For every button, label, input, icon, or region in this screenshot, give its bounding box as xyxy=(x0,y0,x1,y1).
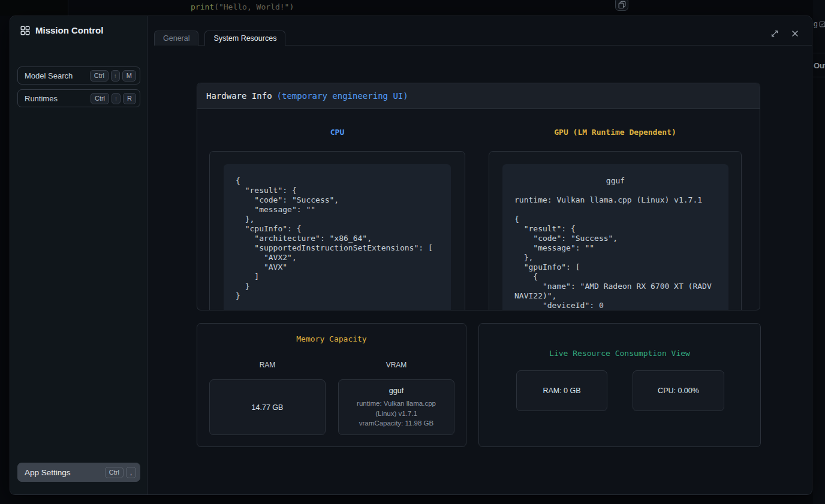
live-ram-value: RAM: 0 GB xyxy=(543,387,580,395)
expand-icon[interactable] xyxy=(767,26,782,41)
code-paren: ( xyxy=(214,2,219,11)
vram-runtime-line: runtime: Vulkan llama.cpp (Linux) v1.7.1 xyxy=(346,399,447,418)
ram-capacity-value: 14.77 GB xyxy=(252,403,284,412)
gpu-json-text: runtime: Vulkan llama.cpp (Linux) v1.7.1… xyxy=(514,195,716,310)
shortcut-keys: Ctrl↑M xyxy=(90,70,136,82)
window-controls xyxy=(767,26,802,41)
ram-capacity-box: 14.77 GB xyxy=(209,379,326,435)
background-output-label: Out xyxy=(814,61,825,70)
code-string: "Hello, World!" xyxy=(219,2,289,11)
cpu-heading: CPU xyxy=(209,128,465,137)
gpu-heading: GPU (LM Runtime Dependent) xyxy=(489,128,742,137)
key-shift-icon: ↑ xyxy=(112,93,121,104)
hardware-info-header: Hardware Info (temporary engineering UI) xyxy=(197,83,760,109)
sidebar: Mission Control Model Search Ctrl↑M Runt… xyxy=(10,16,147,494)
checkbox-icon xyxy=(819,21,825,28)
runtimes-label: Runtimes xyxy=(25,94,58,103)
key-shift-icon: ↑ xyxy=(111,70,120,82)
background-partial-setting: g xyxy=(814,20,825,28)
vram-capacity-box: gguf runtime: Vulkan llama.cpp (Linux) v… xyxy=(338,379,454,435)
live-cpu-box: CPU: 0.00% xyxy=(633,370,724,411)
gpu-info-box[interactable]: gguf runtime: Vulkan llama.cpp (Linux) v… xyxy=(489,151,742,310)
copy-icon[interactable] xyxy=(615,0,628,11)
key-ctrl: Ctrl xyxy=(91,93,109,104)
vram-heading: VRAM xyxy=(338,361,454,369)
shortcut-keys: Ctrl↑R xyxy=(91,93,136,104)
cpu-json-block: { "result": { "code": "Success", "messag… xyxy=(224,164,451,310)
gpu-runtime-name: gguf xyxy=(514,176,716,186)
model-search-label: Model Search xyxy=(25,71,73,80)
vram-capacity-line: vramCapacity: 11.98 GB xyxy=(346,418,447,428)
live-resource-panel: Live Resource Consumption View RAM: 0 GB… xyxy=(478,323,761,447)
dialog-title: Mission Control xyxy=(10,16,147,35)
vram-runtime-name: gguf xyxy=(346,387,447,395)
memory-capacity-title: Memory Capacity xyxy=(197,324,466,343)
runtimes-button[interactable]: Runtimes Ctrl↑R xyxy=(17,89,140,107)
key-ctrl: Ctrl xyxy=(105,467,124,478)
divider xyxy=(813,77,825,77)
cpu-column: CPU { "result": { "code": "Success", "me… xyxy=(209,109,465,310)
hardware-info-body: CPU { "result": { "code": "Success", "me… xyxy=(197,109,760,310)
dialog-main: General System Resources Hardw xyxy=(147,16,812,494)
close-icon[interactable] xyxy=(788,26,802,41)
model-search-button[interactable]: Model Search Ctrl↑M xyxy=(17,67,140,84)
background-code-line: print("Hello, World!") xyxy=(191,2,294,11)
app-settings-label: App Settings xyxy=(25,468,71,477)
memory-capacity-panel: Memory Capacity RAM VRAM 14.77 GB gguf r… xyxy=(197,323,466,447)
background-sidebar-strip xyxy=(0,0,68,16)
hardware-info-title: Hardware Info xyxy=(206,91,272,101)
shortcut-keys: Ctrl, xyxy=(105,467,136,478)
key-m: M xyxy=(122,70,136,82)
tab-system-resources[interactable]: System Resources xyxy=(204,31,285,46)
app-settings-button[interactable]: App Settings Ctrl, xyxy=(17,463,140,482)
cpu-json-text: { "result": { "code": "Success", "messag… xyxy=(236,176,439,301)
grid-icon xyxy=(20,26,30,35)
ram-heading: RAM xyxy=(209,361,326,369)
key-comma: , xyxy=(126,467,136,478)
gpu-json-block: gguf runtime: Vulkan llama.cpp (Linux) v… xyxy=(502,164,728,310)
mission-control-dialog: Mission Control Model Search Ctrl↑M Runt… xyxy=(10,16,812,495)
live-cpu-value: CPU: 0.00% xyxy=(658,387,699,395)
dialog-title-label: Mission Control xyxy=(35,25,103,35)
key-ctrl: Ctrl xyxy=(90,70,109,82)
live-ram-box: RAM: 0 GB xyxy=(516,370,607,411)
cpu-info-box[interactable]: { "result": { "code": "Success", "messag… xyxy=(209,151,465,310)
gpu-column: GPU (LM Runtime Dependent) gguf runtime:… xyxy=(489,109,742,310)
divider xyxy=(813,53,825,53)
screen: print("Hello, World!") g Out xyxy=(0,0,825,504)
hardware-info-panel: Hardware Info (temporary engineering UI)… xyxy=(197,83,760,310)
tab-general[interactable]: General xyxy=(154,31,198,46)
key-r: R xyxy=(123,93,136,104)
hardware-info-subtitle: (temporary engineering UI) xyxy=(277,91,408,101)
code-paren: ) xyxy=(289,2,294,11)
tab-bar: General System Resources xyxy=(154,31,812,46)
live-resource-title: Live Resource Consumption View xyxy=(479,324,760,358)
background-right-strip: g Out xyxy=(813,0,825,504)
code-keyword: print xyxy=(191,2,214,11)
